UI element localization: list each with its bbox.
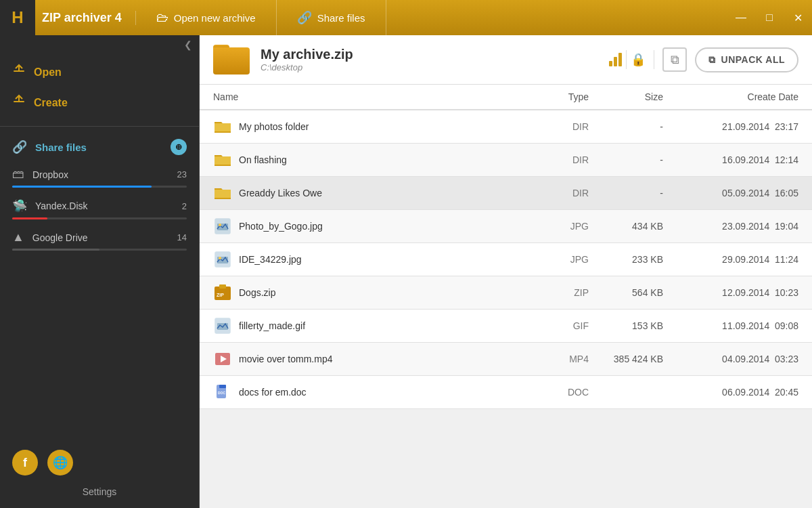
file-icon-jpg [213, 250, 232, 269]
file-size: 385 424 KB [589, 354, 663, 364]
table-row[interactable]: Photo_by_Gogo.jpg JPG 434 KB 23.09.2014 … [200, 210, 812, 243]
archive-stats: 🔒 [609, 50, 646, 69]
table-row[interactable]: ZIP Dogs.zip ZIP 564 KB 12.09.2014 10:23 [200, 276, 812, 310]
lock-icon: 🔒 [631, 52, 646, 67]
open-icon [12, 64, 26, 81]
bar-3 [618, 53, 622, 66]
file-icon-doc: DOC [213, 383, 232, 402]
sidebar-item-create[interactable]: Create [0, 87, 199, 118]
dropbox-progress-fill [12, 186, 152, 188]
share-link-icon: 🔗 [12, 140, 27, 154]
open-label: Open [34, 66, 62, 79]
sidebar-item-dropbox[interactable]: 🗃 Dropbox 23 [0, 162, 199, 184]
file-name-cell: IDE_34229.jpg [213, 250, 521, 269]
minimize-button[interactable]: — [727, 0, 755, 35]
file-icon-folder [213, 150, 232, 169]
archive-folder-icon [213, 45, 250, 75]
file-icon-jpg [213, 217, 232, 236]
sidebar-bottom: f 🌐 Settings [0, 439, 199, 508]
file-name: My photos folder [239, 121, 309, 132]
copy-icon: ⧉ [671, 53, 679, 67]
google-count: 14 [177, 232, 187, 242]
dropbox-count: 23 [177, 169, 187, 179]
file-type: MP4 [521, 354, 589, 364]
sidebar-item-yandex[interactable]: 🛸 Yandex.Disk 2 [0, 193, 199, 216]
dropbox-progress-bar [12, 186, 187, 188]
window-controls: — □ ✕ [727, 0, 812, 35]
sidebar-item-google[interactable]: ▲ Google Drive 14 [0, 225, 199, 247]
file-icon-zip: ZIP [213, 283, 232, 302]
file-size: - [589, 154, 663, 165]
file-date: 04.09.2014 03:23 [663, 354, 798, 364]
table-row[interactable]: On flashing DIR - 16.09.2014 12:14 [200, 144, 812, 177]
table-row[interactable]: fillerty_made.gif GIF 153 KB 11.09.2014 … [200, 310, 812, 343]
settings-button[interactable]: Settings [12, 486, 187, 497]
dropbox-icon: 🗃 [12, 167, 24, 182]
file-date: 16.09.2014 12:14 [663, 154, 798, 165]
file-size: 434 KB [589, 221, 663, 232]
google-label: Google Drive [32, 232, 88, 243]
svg-point-6 [219, 224, 221, 226]
file-name-cell: DOC docs for em.doc [213, 383, 521, 402]
table-row[interactable]: My photos folder DIR - 21.09.2014 23:17 [200, 110, 812, 144]
stats-divider [626, 50, 627, 69]
social-links: f 🌐 [12, 450, 187, 475]
file-date: 29.09.2014 11:24 [663, 254, 798, 265]
file-rows: My photos folder DIR - 21.09.2014 23:17 … [200, 110, 812, 409]
sidebar-item-open[interactable]: Open [0, 57, 199, 87]
file-name: IDE_34229.jpg [239, 254, 302, 265]
file-type: GIF [521, 320, 589, 331]
share-icon: 🔗 [297, 10, 312, 25]
yandex-count: 2 [182, 201, 187, 211]
archive-info: My archive.zip C:\desktop [261, 47, 598, 72]
share-settings-icon[interactable]: ⊕ [171, 139, 187, 155]
file-size: 153 KB [589, 320, 663, 331]
maximize-button[interactable]: □ [755, 0, 784, 35]
yandex-icon: 🛸 [12, 198, 27, 213]
title-bar: H ZIP archiver 4 🗁 Open new archive 🔗 Sh… [0, 0, 812, 35]
open-archive-button[interactable]: 🗁 Open new archive [136, 0, 277, 35]
app-logo: H [0, 0, 35, 35]
yandex-progress-fill [12, 217, 47, 219]
collapse-arrow[interactable]: ❮ [0, 35, 199, 54]
share-files-button[interactable]: 🔗 Share files [277, 0, 386, 35]
title-bar-actions: 🗁 Open new archive 🔗 Share files [136, 0, 727, 35]
file-icon-folder [213, 117, 232, 136]
sidebar-nav: Open Create [0, 54, 199, 121]
file-name-cell: Photo_by_Gogo.jpg [213, 217, 521, 236]
file-date: 05.09.2014 16:05 [663, 188, 798, 198]
file-date: 06.09.2014 20:45 [663, 387, 798, 398]
file-type: DIR [521, 188, 589, 198]
stats-bars [609, 53, 622, 66]
table-row[interactable]: movie over tomm.mp4 MP4 385 424 KB 04.09… [200, 343, 812, 376]
svg-rect-18 [219, 385, 226, 388]
table-row[interactable]: Greaddy Likes Owe DIR - 05.09.2014 16:05 [200, 177, 812, 210]
file-date: 12.09.2014 10:23 [663, 287, 798, 298]
file-type: DOC [521, 387, 589, 398]
sidebar-item-share[interactable]: 🔗 Share files ⊕ [0, 132, 199, 162]
web-button[interactable]: 🌐 [47, 450, 73, 475]
table-row[interactable]: IDE_34229.jpg JPG 233 KB 29.09.2014 11:2… [200, 243, 812, 276]
file-date: 21.09.2014 23:17 [663, 121, 798, 132]
table-row[interactable]: DOC docs for em.doc DOC 06.09.2014 20:45 [200, 376, 812, 409]
file-icon-mp4 [213, 350, 232, 368]
file-name: Greaddy Likes Owe [239, 188, 322, 198]
file-date: 11.09.2014 09:08 [663, 320, 798, 331]
file-name-cell: fillerty_made.gif [213, 316, 521, 335]
file-name-cell: Greaddy Likes Owe [213, 184, 521, 203]
svg-point-9 [219, 257, 221, 259]
file-size: 564 KB [589, 287, 663, 298]
unpack-all-button[interactable]: ⧉ UNPACK ALL [695, 47, 798, 72]
web-icon: 🌐 [53, 455, 68, 470]
close-button[interactable]: ✕ [784, 0, 812, 35]
file-name: movie over tomm.mp4 [239, 354, 332, 364]
file-name-cell: movie over tomm.mp4 [213, 350, 521, 368]
facebook-button[interactable]: f [12, 450, 38, 475]
file-type: DIR [521, 154, 589, 165]
svg-text:ZIP: ZIP [217, 293, 224, 297]
file-size: 233 KB [589, 254, 663, 265]
file-type: ZIP [521, 287, 589, 298]
copy-button[interactable]: ⧉ [662, 47, 687, 72]
folder-body [213, 47, 250, 75]
create-icon [12, 94, 26, 111]
